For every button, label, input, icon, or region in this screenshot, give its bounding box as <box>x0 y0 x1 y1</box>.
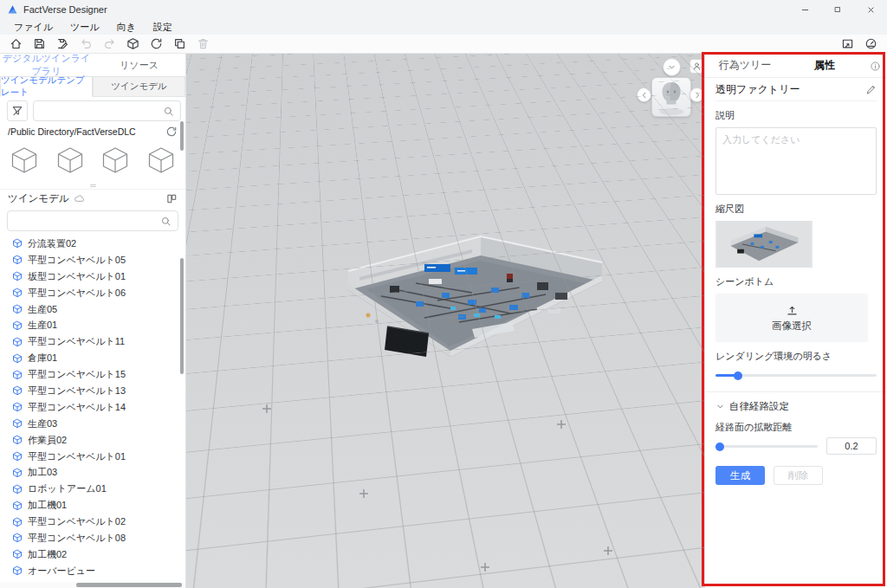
collapse-panel-button[interactable] <box>663 58 681 76</box>
pencil-icon[interactable] <box>865 84 877 95</box>
menu-settings[interactable]: 設定 <box>145 21 181 34</box>
model-label: 平型コンベヤベルト15 <box>28 368 126 381</box>
scale-map-thumbnail[interactable] <box>715 221 813 268</box>
undo-icon[interactable] <box>79 36 94 51</box>
tab-resources[interactable]: リソース <box>93 59 185 72</box>
menu-file[interactable]: ファイル <box>5 21 62 34</box>
diffusion-value-input[interactable] <box>826 437 877 455</box>
grid-view-icon[interactable] <box>166 193 178 204</box>
info-glyph <box>870 61 881 72</box>
model-label: 分流装置02 <box>28 237 76 250</box>
delete-button[interactable]: 削除 <box>774 466 823 485</box>
save-edit-icon[interactable] <box>55 36 70 51</box>
tab-twin-model-template[interactable]: ツインモデルテンプレート <box>0 76 93 97</box>
description-input[interactable] <box>715 127 877 195</box>
model-cube-icon <box>12 385 23 396</box>
tab-twin-model[interactable]: ツインモデル <box>93 76 185 97</box>
viewport-3d[interactable] <box>186 54 704 588</box>
model-search-box <box>7 210 178 231</box>
model-list-item[interactable]: オーバービュー <box>0 563 185 579</box>
model-cube-icon <box>12 337 23 347</box>
auto-path-section-toggle[interactable]: 自律経路設定 <box>715 400 877 413</box>
template-cube-icon[interactable] <box>146 145 177 176</box>
chevron-down-icon <box>715 402 725 411</box>
model-list-item[interactable]: 平型コンベヤベルト06 <box>0 285 185 301</box>
refresh-icon[interactable] <box>165 126 178 138</box>
model-list-item[interactable]: 分流装置02 <box>0 236 185 252</box>
brightness-slider-thumb[interactable] <box>734 372 742 380</box>
redo-icon[interactable] <box>102 36 117 51</box>
template-search-box <box>33 100 181 121</box>
model-list-item[interactable]: 平型コンベヤベルト08 <box>0 530 185 546</box>
list-scrollbar-thumb[interactable] <box>180 258 184 374</box>
screenshot-icon[interactable] <box>840 36 855 51</box>
chevron-down-icon <box>667 62 677 72</box>
model-list-item[interactable]: 平型コンベヤベルト13 <box>0 383 185 399</box>
model-list-item[interactable]: 坂型コンベヤベルト01 <box>0 268 185 285</box>
person-view-button[interactable] <box>690 59 704 74</box>
model-label: 作業員02 <box>28 434 67 447</box>
model-list-item[interactable]: 平型コンベヤベルト01 <box>0 449 185 465</box>
tab-behavior-tree[interactable]: 行為ツリー <box>705 58 785 73</box>
menu-tools[interactable]: ツール <box>62 21 108 34</box>
model-label: 平型コンベヤベルト02 <box>28 515 126 528</box>
trash-icon[interactable] <box>196 36 210 51</box>
maximize-icon <box>833 5 842 14</box>
model-label: 平型コンベヤベルト01 <box>28 450 126 463</box>
model-search-input[interactable] <box>14 216 160 226</box>
maximize-button[interactable] <box>821 0 854 19</box>
template-cube-icon[interactable] <box>9 145 40 176</box>
template-scrollbar-thumb[interactable] <box>180 121 184 151</box>
avatar-next-button[interactable] <box>690 87 704 102</box>
model-cube-icon <box>12 353 23 364</box>
avatar-prev-button[interactable] <box>637 87 651 102</box>
model-list-item[interactable]: 平型コンベヤベルト11 <box>0 333 185 350</box>
filter-glyph <box>11 105 23 117</box>
model-list-item[interactable]: 加工機02 <box>0 546 185 563</box>
image-select-label: 画像選択 <box>772 320 812 333</box>
factory-3d-model[interactable] <box>342 236 606 361</box>
template-search-input[interactable] <box>40 106 163 116</box>
model-list-item[interactable]: 生産03 <box>0 416 185 432</box>
filter-icon[interactable] <box>7 100 28 121</box>
menu-orientation[interactable]: 向き <box>108 21 145 34</box>
package-icon[interactable] <box>126 36 140 51</box>
minimize-button[interactable] <box>788 0 821 19</box>
model-list-item[interactable]: 加工機01 <box>0 497 185 514</box>
sync-icon[interactable] <box>149 36 164 51</box>
model-label: 平型コンベヤベルト05 <box>28 254 126 267</box>
close-icon <box>866 5 876 15</box>
model-list-item[interactable]: 加工03 <box>0 464 185 481</box>
model-list-item[interactable]: 平型コンベヤベルト14 <box>0 399 185 416</box>
template-cube-icon[interactable] <box>100 145 131 176</box>
model-cube-icon <box>12 288 23 298</box>
brightness-slider[interactable] <box>715 369 877 381</box>
toolbar <box>0 35 887 54</box>
model-list-item[interactable]: 倉庫01 <box>0 350 185 366</box>
model-list-item[interactable]: ロボットアーム01 <box>0 481 185 497</box>
camera-preview[interactable] <box>651 77 691 117</box>
model-list-item[interactable]: 平型コンベヤベルト05 <box>0 252 185 268</box>
template-cube-icon[interactable] <box>55 145 86 176</box>
model-list-item[interactable]: 生産05 <box>0 301 185 318</box>
diffusion-slider[interactable] <box>715 440 818 452</box>
diffusion-slider-thumb[interactable] <box>715 443 724 451</box>
panel-resize-handle[interactable] <box>0 182 185 190</box>
model-list-item[interactable]: 生産01 <box>0 317 185 333</box>
copy-icon[interactable] <box>172 36 187 51</box>
minimize-icon <box>800 5 810 15</box>
model-cube-icon <box>12 238 23 249</box>
image-select-dropzone[interactable]: 画像選択 <box>715 294 868 342</box>
home-icon[interactable] <box>9 36 23 51</box>
model-list-item[interactable]: 作業員02 <box>0 432 185 449</box>
model-list-item[interactable]: 平型コンベヤベルト02 <box>0 514 185 530</box>
save-icon[interactable] <box>32 36 47 51</box>
generate-button[interactable]: 生成 <box>715 466 765 485</box>
person-icon <box>692 61 702 71</box>
gauge-icon[interactable] <box>864 36 878 51</box>
tab-attributes[interactable]: 属性 <box>785 58 864 73</box>
model-list-item[interactable]: 平型コンベヤベルト15 <box>0 366 185 383</box>
horizontal-scrollbar-thumb[interactable] <box>76 583 182 587</box>
info-icon[interactable] <box>870 61 881 72</box>
close-button[interactable] <box>854 0 887 19</box>
